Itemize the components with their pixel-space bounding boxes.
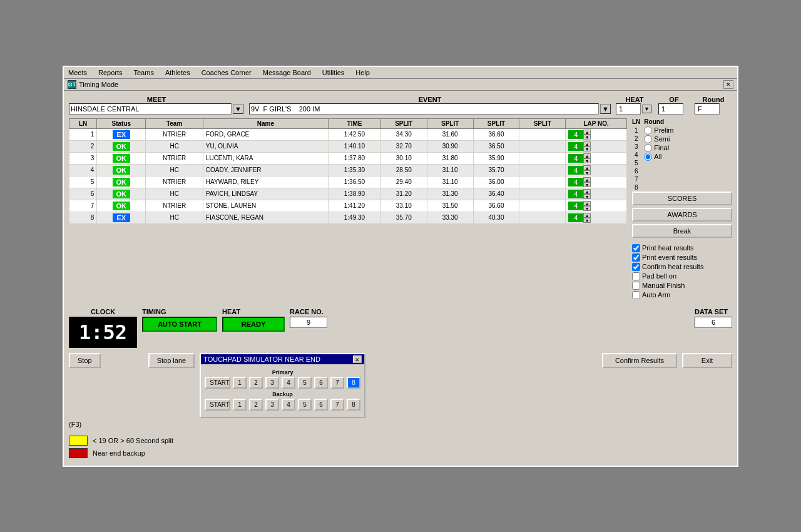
menu-utilities[interactable]: Utilities: [320, 68, 346, 77]
awards-button[interactable]: AWARDS: [632, 208, 732, 222]
cell-split4: [519, 212, 566, 223]
spin-up[interactable]: ▲: [583, 189, 591, 194]
manual-finish-checkbox-input[interactable]: [632, 282, 640, 290]
spin-down[interactable]: ▼: [583, 135, 591, 140]
stop-lane-button[interactable]: Stop lane: [148, 353, 195, 368]
spin-up[interactable]: ▲: [583, 201, 591, 206]
auto-start-button[interactable]: AUTO START: [142, 317, 217, 332]
f3-label: (F3): [69, 421, 732, 428]
event-dropdown-btn[interactable]: ▼: [600, 104, 611, 114]
touchpad-content: Primary START 1 2 3 4 5 6 7 8 Backup: [201, 364, 364, 417]
lap-input[interactable]: [568, 202, 583, 210]
cell-time: 1:37.80: [329, 152, 381, 164]
menu-athletes[interactable]: Athletes: [163, 68, 192, 77]
heat-input[interactable]: [616, 103, 641, 115]
print-heat-checkbox-input[interactable]: [632, 244, 640, 252]
lap-input[interactable]: [568, 178, 583, 187]
col-split4: SPLIT: [519, 118, 566, 128]
confirm-results-button[interactable]: Confirm Results: [602, 353, 677, 368]
cell-status: OK: [97, 176, 146, 188]
tp-backup-6[interactable]: 6: [314, 399, 328, 411]
print-event-results-checkbox: Print event results: [632, 253, 732, 262]
menu-reports[interactable]: Reports: [96, 68, 125, 77]
radio-semi[interactable]: [644, 135, 652, 143]
cell-split3: 36.40: [473, 188, 519, 200]
print-heat-label: Print heat results: [642, 244, 694, 252]
radio-all[interactable]: [644, 153, 652, 161]
meet-input[interactable]: [69, 103, 232, 115]
cell-status: EX: [97, 128, 146, 140]
menu-message-board[interactable]: Message Board: [261, 68, 313, 77]
cell-split3: 35.90: [473, 152, 519, 164]
spin-up[interactable]: ▲: [583, 213, 591, 218]
round-input[interactable]: [695, 103, 720, 115]
of-input[interactable]: [658, 103, 683, 115]
tp-primary-3[interactable]: 3: [265, 377, 279, 389]
lap-input[interactable]: [568, 142, 583, 151]
spin-up[interactable]: ▲: [583, 177, 591, 182]
meet-dropdown-btn[interactable]: ▼: [233, 104, 243, 114]
touchpad-close-button[interactable]: ✕: [353, 356, 362, 363]
cell-ln: 3: [69, 152, 97, 164]
tp-backup-2[interactable]: 2: [249, 399, 263, 411]
tp-primary-6[interactable]: 6: [314, 377, 328, 389]
heat-dropdown-btn[interactable]: ▼: [642, 105, 651, 113]
dataset-input[interactable]: [695, 317, 732, 328]
print-event-checkbox-input[interactable]: [632, 253, 640, 262]
tp-primary-2[interactable]: 2: [249, 377, 263, 389]
spin-down[interactable]: ▼: [583, 182, 591, 187]
lap-input[interactable]: [568, 154, 583, 163]
tp-primary-8[interactable]: 8: [347, 377, 360, 389]
spin-down[interactable]: ▼: [583, 146, 591, 151]
cell-team: HC: [146, 212, 203, 223]
tp-backup-3[interactable]: 3: [265, 399, 279, 411]
scores-button[interactable]: SCORES: [632, 192, 732, 205]
spin-down[interactable]: ▼: [583, 170, 591, 175]
ready-button[interactable]: READY: [222, 317, 285, 332]
menu-teams[interactable]: Teams: [132, 68, 156, 77]
break-button[interactable]: Break: [632, 224, 732, 238]
tp-backup-7[interactable]: 7: [330, 399, 344, 411]
spin-up[interactable]: ▲: [583, 153, 591, 158]
lap-input[interactable]: [568, 190, 583, 198]
spin-up[interactable]: ▲: [583, 165, 591, 170]
cell-name: LUCENTI, KARA: [203, 152, 328, 164]
spin-down[interactable]: ▼: [583, 194, 591, 199]
cell-split2: 31.10: [427, 164, 473, 176]
lap-input[interactable]: [568, 166, 583, 175]
cell-split3: 36.60: [473, 200, 519, 212]
spin-down[interactable]: ▼: [583, 218, 591, 223]
tp-primary-start[interactable]: START: [205, 377, 230, 389]
tp-backup-5[interactable]: 5: [298, 399, 312, 411]
tp-backup-4[interactable]: 4: [282, 399, 295, 411]
lap-input[interactable]: [568, 213, 583, 222]
tp-primary-1[interactable]: 1: [233, 377, 247, 389]
tp-primary-5[interactable]: 5: [298, 377, 312, 389]
event-input[interactable]: [249, 103, 599, 115]
menu-meets[interactable]: Meets: [66, 68, 89, 77]
pad-bell-checkbox-input[interactable]: [632, 272, 640, 280]
tp-backup-8[interactable]: 8: [347, 399, 360, 411]
spin-down[interactable]: ▼: [583, 158, 591, 163]
title-bar: GT Timing Mode ✕: [64, 79, 737, 91]
spin-up[interactable]: ▲: [583, 130, 591, 135]
spin-down[interactable]: ▼: [583, 206, 591, 211]
cell-split2: 31.50: [427, 200, 473, 212]
tp-backup-1[interactable]: 1: [233, 399, 247, 411]
spin-up[interactable]: ▲: [583, 141, 591, 146]
confirm-heat-checkbox-input[interactable]: [632, 263, 640, 271]
stop-button[interactable]: Stop: [69, 353, 101, 368]
menu-help[interactable]: Help: [354, 68, 372, 77]
table-row: 4 OK HC COADY, JENNIFER 1:35.30 28.50 31…: [69, 164, 627, 176]
close-button[interactable]: ✕: [723, 80, 733, 89]
tp-primary-7[interactable]: 7: [330, 377, 344, 389]
exit-button[interactable]: Exit: [682, 353, 732, 368]
tp-backup-start[interactable]: START: [205, 399, 230, 411]
tp-primary-4[interactable]: 4: [282, 377, 295, 389]
race-no-input[interactable]: [290, 317, 327, 328]
menu-coaches-corner[interactable]: Coaches Corner: [200, 68, 253, 77]
lap-input[interactable]: [568, 130, 583, 139]
radio-final[interactable]: [644, 144, 652, 152]
radio-prelim[interactable]: [644, 126, 652, 135]
auto-arm-checkbox-input[interactable]: [632, 291, 640, 299]
